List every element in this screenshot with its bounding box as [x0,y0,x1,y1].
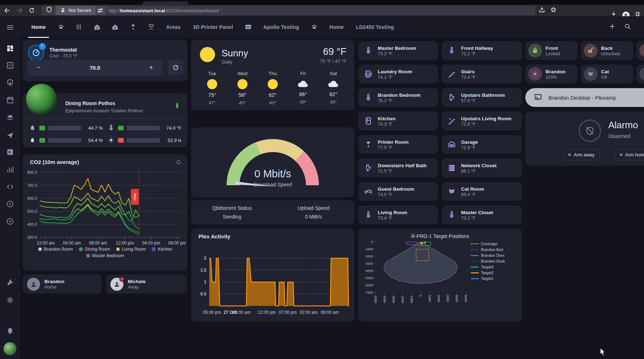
sensor-card-living-room[interactable]: Living Room73.4 °F [358,206,438,224]
legend-master-bedroom[interactable]: Master Bedroom [86,253,124,258]
plant-metric[interactable]: 52.9 lx [105,137,184,144]
sensor-card-upstairs-bathroom[interactable]: Upstairs Bathroom57.5 °F [442,88,522,107]
sidebar-disc-icon[interactable] [5,199,15,209]
tab-home[interactable]: Home [25,16,52,38]
sensor-card-kitchen[interactable]: Kitchen74.3 °F [358,112,438,130]
sensor-card-front-hallway[interactable]: Front Hallway72.2 °F [442,41,522,60]
alarmo-arm-away-button[interactable]: Arm away [563,149,600,160]
tab-home-floor-2-icon[interactable]: 2 [106,16,124,38]
rpro-legend-brandon-desk[interactable]: Brandon Desk [471,259,520,263]
sensor-card-brandon-bedroom[interactable]: Brandon Bedroom75.2 °F [358,88,438,107]
sensor-card-guest-bedroom[interactable]: Guest Bedroom74.0 °F [358,182,438,201]
person-card-brandon[interactable]: Brandon Home [23,274,101,294]
co2-chart-card[interactable]: CO2 (10m average) 800.0700.0600.0500.040… [23,154,187,271]
sidebar-view-dashboard-icon[interactable] [5,44,15,53]
rpro-legend-target3[interactable]: Target3 [471,265,520,269]
legend-dining-room[interactable]: Dining Room [79,247,110,252]
rpro-legend-coverage[interactable]: Coverage [471,242,520,246]
search-icon[interactable] [624,23,631,31]
sidebar-bell-icon[interactable] [5,326,15,335]
sensor-card-downstairs-half-bath[interactable]: Downstairs Half Bath71.5 °F [358,159,438,177]
legend-living-room[interactable]: Living Room [116,247,146,252]
tab-apollo-testing[interactable]: Apollo Testing [257,16,305,38]
legend-brandon-room[interactable]: Brandon Room [38,247,73,252]
sidebar-compass-icon[interactable] [5,217,15,226]
sensor-card-master-closet[interactable]: Master Closet73.2 °F [442,206,522,224]
tab-paw-icon[interactable] [52,16,70,38]
media-cast-chip[interactable]: Brandon Desktop - Plexamp [525,88,644,107]
thermostat-card[interactable]: Thermostat Cool · 73.3 °F − 70.0 + [23,40,187,81]
bookmark-star-icon[interactable] [550,6,557,15]
sensor-card-upstairs-living-room[interactable]: Upstairs Living Room72.6 °F [442,112,522,130]
sidebar-hacs-icon[interactable] [5,147,15,157]
chip-card-partial[interactable] [636,65,644,83]
tab-radiator-icon[interactable] [70,16,88,38]
plant-metric[interactable]: 74.0 °F [105,124,184,131]
add-card-button[interactable] [609,23,616,31]
user-avatar[interactable] [3,342,17,355]
rpro-legend-target2[interactable]: Target2 [471,271,520,275]
tab-ld2450-testing[interactable]: LD2450 Testing [350,16,400,38]
sidebar-list-box-icon[interactable] [5,61,15,70]
forward-button[interactable] [14,6,25,15]
sensor-card-master-bedroom[interactable]: Master Bedroom73.3 °F [358,41,438,60]
setpoint-minus-button[interactable]: − [27,60,50,75]
weather-card[interactable]: Sunny Daily 69 °F 75 °F / 47 °F Tue75°47… [191,40,354,110]
shield-off-icon[interactable] [579,120,601,142]
legend-kitchen[interactable]: Kitchen [152,247,172,252]
tracking-shield-icon[interactable] [45,6,53,15]
tab-server-network-icon[interactable] [142,16,160,38]
url-text[interactable]: http://homeassistant.local:8123/lovelace… [109,8,219,13]
qbittorrent-card[interactable]: Qbittorrent Status Seeding Upload Speed … [191,200,354,225]
alarmo-arm-home-button[interactable]: Arm home [614,149,644,160]
chip-card-partial[interactable] [636,41,644,60]
sensor-card-network-closet[interactable]: Network Closet86.1 °F [442,159,522,177]
sidebar-calendar-icon[interactable] [5,95,15,105]
tab-paw-icon[interactable] [305,16,323,38]
chip-card-back[interactable]: BackUnlocked [581,41,633,60]
sensor-card-laundry-room[interactable]: Laundry Room74.1 °F [358,65,438,83]
save-page-icon[interactable] [538,6,546,15]
sidebar-shield-home-icon[interactable] [5,78,15,87]
plex-activity-card[interactable]: Plex Activity 21.510.505:00 pm27 Oct05:0… [191,229,354,321]
setpoint-plus-button[interactable]: + [140,60,163,75]
sidebar-chart-bar-icon[interactable] [5,165,15,174]
back-button[interactable] [2,6,12,15]
tab-home-floor-1-icon[interactable]: 1 [88,16,106,38]
hvac-mode-button[interactable] [168,60,184,75]
rpro-chart-card[interactable]: R-PRO-1 Target Positions 010002000300040… [358,229,522,321]
url-bar[interactable]: Not Secure http://homeassistant.local:81… [42,6,535,15]
plant-metric[interactable]: 54.4 % [26,137,105,144]
rpro-legend-brandon-bed[interactable]: Brandon Bed [471,247,520,252]
rpro-legend-target1[interactable]: Target1 [471,276,520,281]
sidebar-menu-icon[interactable] [5,23,15,32]
sidebar-code-icon[interactable] [5,182,15,191]
tab-home[interactable]: Home [323,16,350,38]
reload-button[interactable] [27,6,37,15]
plant-photo[interactable] [26,84,57,115]
chip-card-brandon[interactable]: Brandon100% [525,65,578,83]
person-card-michele[interactable]: Michele Away [106,274,187,294]
rpro-legend-brandon-door[interactable]: Brandon Door [471,253,520,258]
tab-areas[interactable]: Areas [160,16,187,38]
sidebar-cog-icon[interactable] [5,295,15,305]
download-gauge-card[interactable]: 0 Mbit/s Download Speed [191,127,354,197]
chip-card-front[interactable]: FrontLocked [525,41,578,60]
sensor-card-printer-room[interactable]: Printer Room77.5 °F [358,135,438,154]
alarmo-card[interactable]: Alarmo Disarmed Arm awayArm home [525,112,644,166]
browser-tab-sliver[interactable] [143,1,188,5]
tab-tv-icon[interactable]: TV [239,16,257,38]
sidebar-send-icon[interactable] [5,131,15,140]
sensor-card-cat-room[interactable]: Cat Room69.4 °F [442,182,522,201]
plant-metric[interactable]: 44.7 % [26,124,105,131]
plant-card[interactable]: Dining Room Pothos Epipremnum Aureum 'Go… [23,93,187,147]
chip-card-cat[interactable]: CatOff [581,65,633,83]
permissions-icon[interactable] [95,6,106,15]
sidebar-layers-icon[interactable] [5,113,15,122]
tab-3d-printer-panel[interactable]: 3D Printer Panel [187,16,239,38]
sensor-card-stairs[interactable]: Stairs73.4 °F [442,65,522,83]
not-secure-badge[interactable]: Not Secure [56,6,95,15]
tab-printer-nozzle-icon[interactable] [124,16,142,38]
sensor-card-garage[interactable]: Garage71.9 °F [442,135,522,154]
sidebar-wrench-icon[interactable] [5,278,15,287]
